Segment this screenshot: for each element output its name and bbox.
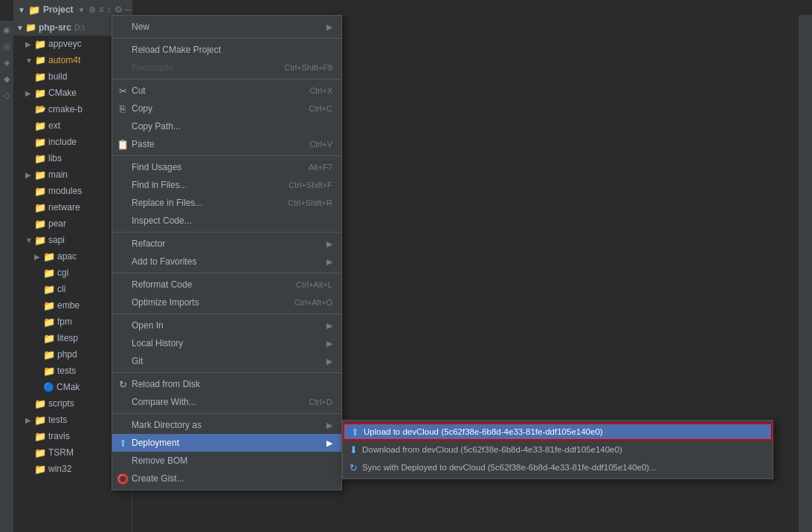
menu-item-git[interactable]: Git ▶: [112, 352, 341, 370]
folder-icon: 📁: [43, 316, 55, 328]
item-label: sapi: [48, 235, 65, 245]
open-in-submenu-arrow: ▶: [326, 321, 332, 331]
left-toolbar: ◉ ◎ ◈ ◆ ◇: [0, 21, 13, 532]
arrow-icon: ▶: [25, 400, 34, 408]
deployment-upload-item[interactable]: ⬆ Upload to devCloud (5c62f38e-6b8d-4e33…: [343, 423, 773, 441]
menu-item-reformat-code[interactable]: Reformat Code Ctrl+Alt+L: [112, 276, 341, 293]
folder-git-icon: 📁: [34, 54, 46, 66]
folder-icon: 📁: [34, 185, 46, 197]
refactor-submenu-arrow: ▶: [326, 239, 332, 249]
reload-cmake-label: Reload CMake Project: [132, 45, 221, 55]
menu-item-remove-bom[interactable]: Remove BOM: [112, 452, 341, 470]
item-label: include: [48, 137, 77, 147]
reload-icon: ↻: [117, 379, 129, 390]
header-icon-globe[interactable]: ⊕: [88, 4, 96, 15]
folder-icon: 📁: [34, 447, 46, 458]
arrow-icon: ▶: [25, 40, 34, 48]
context-menu: New ▶ Reload CMake Project Recompile Ctr…: [112, 15, 342, 490]
menu-item-open-in[interactable]: Open In ▶: [112, 317, 341, 334]
menu-item-copy-path[interactable]: Copy Path...: [112, 117, 341, 135]
arrow-icon: ▶: [34, 285, 43, 293]
find-usages-shortcut: Alt+F7: [294, 163, 332, 172]
arrow-icon: ▶: [25, 432, 34, 441]
menu-item-reload-cmake[interactable]: Reload CMake Project: [112, 41, 341, 59]
optimize-imports-label: Optimize Imports: [132, 297, 199, 308]
header-icon-minimize[interactable]: —: [126, 4, 132, 15]
deployment-download-item[interactable]: ⬇ Download from devCloud (5c62f38e-6b8d-…: [343, 441, 773, 458]
mark-directory-submenu-arrow: ▶: [326, 421, 332, 430]
submenu-arrow: ▶: [326, 22, 332, 32]
menu-item-local-history[interactable]: Local History ▶: [112, 334, 341, 352]
cut-shortcut: Ctrl+X: [294, 86, 332, 95]
menu-item-optimize-imports[interactable]: Optimize Imports Ctrl+Alt+O: [112, 293, 341, 311]
folder-icon: 📁: [43, 283, 55, 295]
folder-icon: 📁: [34, 152, 46, 164]
php-src-collapse[interactable]: ▼: [16, 24, 24, 32]
find-in-files-shortcut: Ctrl+Shift+F: [274, 181, 332, 189]
menu-item-mark-directory[interactable]: Mark Directory as ▶: [112, 416, 341, 434]
mark-directory-label: Mark Directory as: [132, 420, 202, 430]
arrow-icon: ▶: [34, 367, 43, 375]
item-label: autom4t: [48, 55, 80, 65]
project-title: Project: [43, 4, 74, 15]
arrow-icon: ▶: [25, 89, 34, 97]
item-label: embe: [57, 300, 80, 311]
arrow-icon: ▶: [25, 73, 34, 81]
toolbar-icon-2[interactable]: ◎: [1, 40, 13, 52]
deployment-icon: ⬆: [117, 438, 129, 449]
menu-item-refactor[interactable]: Refactor ▶: [112, 235, 341, 253]
folder-icon: 📁: [43, 267, 55, 279]
project-folder-icon: 📁: [28, 4, 40, 16]
folder-icon: 📁: [34, 414, 46, 426]
deployment-sync-item[interactable]: ↻ Sync with Deployed to devCloud (5c62f3…: [343, 458, 773, 476]
paste-icon: 📋: [117, 139, 129, 150]
project-dropdown-icon[interactable]: ▼: [78, 6, 86, 14]
menu-item-recompile: Recompile Ctrl+Shift+F9: [112, 59, 341, 77]
arrow-icon: ▶: [25, 465, 34, 473]
sync-label: Sync with Deployed to devCloud (5c62f38e…: [362, 463, 657, 472]
arrow-icon: ▶: [34, 253, 43, 261]
menu-item-paste[interactable]: 📋 Paste Ctrl+V: [112, 135, 341, 153]
local-history-submenu-arrow: ▶: [326, 339, 332, 348]
arrow-icon: ▶: [34, 269, 43, 277]
project-collapse-icon[interactable]: ▼: [18, 6, 25, 14]
copy-shortcut: Ctrl+C: [294, 104, 332, 113]
menu-item-replace-in-files[interactable]: Replace in Files... Ctrl+Shift+R: [112, 194, 341, 212]
menu-item-create-gist[interactable]: ⭕ Create Gist...: [112, 470, 341, 487]
menu-item-find-usages[interactable]: Find Usages Alt+F7: [112, 158, 341, 176]
menu-item-inspect-code[interactable]: Inspect Code...: [112, 212, 341, 230]
menu-item-add-to-favorites[interactable]: Add to Favorites ▶: [112, 253, 341, 270]
item-label: cmake-b: [48, 104, 83, 114]
menu-item-find-in-files[interactable]: Find in Files... Ctrl+Shift+F: [112, 176, 341, 194]
menu-item-reload-disk[interactable]: ↻ Reload from Disk: [112, 375, 341, 393]
separator-2: [112, 79, 341, 80]
folder-icon: 📁: [34, 218, 46, 230]
header-icon-settings[interactable]: ⚙: [115, 4, 123, 15]
arrow-icon: ▶: [34, 334, 43, 343]
refactor-label: Refactor: [132, 239, 165, 249]
header-icon-expand[interactable]: ↕: [107, 4, 112, 15]
menu-item-compare-with[interactable]: Compare With... Ctrl+D: [112, 393, 341, 411]
arrow-icon: ▶: [25, 220, 34, 228]
arrow-icon: ▶: [25, 122, 34, 130]
recompile-label: Recompile: [132, 62, 174, 73]
replace-in-files-label: Replace in Files...: [132, 198, 202, 208]
optimize-imports-shortcut: Ctrl+Alt+O: [280, 298, 332, 307]
header-icon-align[interactable]: ≡: [99, 4, 104, 15]
toolbar-icon-5[interactable]: ◇: [1, 89, 13, 101]
item-label: cli: [57, 284, 65, 294]
toolbar-icon-1[interactable]: ◉: [1, 24, 13, 36]
copy-icon: ⎘: [117, 103, 129, 114]
menu-item-deployment[interactable]: ⬆ Deployment ▶: [112, 434, 341, 452]
toolbar-icon-3[interactable]: ◈: [1, 56, 13, 68]
folder-icon: 📁: [34, 201, 46, 213]
find-usages-label: Find Usages: [132, 162, 181, 172]
menu-item-copy[interactable]: ⎘ Copy Ctrl+C: [112, 100, 341, 117]
gist-icon: ⭕: [117, 473, 129, 484]
menu-item-new[interactable]: New ▶: [112, 18, 341, 36]
arrow-icon: ▶: [25, 416, 34, 424]
folder-icon: 📁: [34, 430, 46, 442]
menu-item-cut[interactable]: ✂ Cut Ctrl+X: [112, 82, 341, 100]
toolbar-icon-4[interactable]: ◆: [1, 73, 13, 85]
reload-disk-label: Reload from Disk: [132, 379, 200, 389]
